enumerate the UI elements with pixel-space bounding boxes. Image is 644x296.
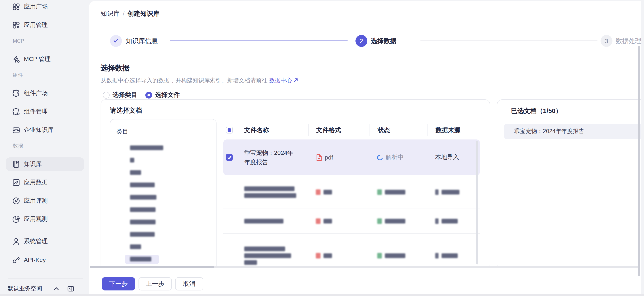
sidebar-item-component-manage[interactable]: 组件管理 (6, 105, 84, 119)
file-name-redacted (244, 217, 308, 226)
picker-title: 请选择文档 (110, 107, 142, 115)
category-item[interactable] (130, 218, 216, 226)
sidebar-item-app-plaza[interactable]: 应用广场 (6, 0, 84, 14)
redacted-text (130, 183, 155, 187)
redacted-text (324, 190, 332, 194)
horizontal-scrollbar-thumb[interactable] (90, 266, 214, 268)
external-link-icon[interactable] (294, 78, 298, 83)
data-center-link[interactable]: 数据中心 (269, 77, 292, 84)
radio-off-icon[interactable] (103, 92, 110, 98)
select-all-checkbox[interactable] (226, 127, 233, 134)
table-row-selected[interactable]: 乖宝宠物：2024年 年度报告 pdf 解析中 本地导入 (223, 139, 480, 175)
apps-icon (12, 3, 20, 11)
selected-docs-title: 已选文档（1/50） (511, 107, 641, 115)
pdf-icon-redacted (316, 218, 320, 224)
step3-label: 数据处理 (616, 37, 642, 45)
table-scrollbar[interactable] (476, 141, 478, 264)
breadcrumb: 知识库/创建知识库 (100, 10, 160, 18)
next-step-button[interactable]: 下一步 (102, 277, 135, 290)
step-connector-pending (420, 41, 598, 41)
category-item[interactable] (130, 243, 216, 250)
sidebar-section: 组件组件广场组件管理企业知识库 (0, 71, 89, 137)
file-name: 乖宝宠物：2024年 年度报告 (244, 148, 308, 167)
redacted-text (442, 190, 460, 194)
vertical-scrollbar-thumb[interactable] (638, 46, 640, 276)
status-redacted (370, 253, 428, 258)
table-row-redacted[interactable] (223, 209, 480, 233)
redacted-text (130, 170, 141, 175)
row-checkbox-checked[interactable] (226, 154, 233, 161)
breadcrumb-separator: / (123, 10, 124, 17)
category-item[interactable] (130, 144, 216, 151)
sidebar-item-label: 组件广场 (24, 90, 48, 97)
sidebar-item-label: MCP 管理 (24, 56, 51, 63)
sidebar-item-knowledge-base[interactable]: 知识库 (6, 157, 84, 171)
sidebar-section-label: MCP (13, 37, 89, 45)
redacted-text (130, 145, 163, 150)
sidebar-item-label: 应用数据 (24, 179, 48, 186)
redacted-text (442, 219, 458, 223)
selected-doc-item[interactable]: 乖宝宠物：2024年年度报告 (504, 124, 641, 139)
row-checkbox-redacted[interactable] (223, 252, 244, 259)
footer-bar: 下一步 上一步 取消 (89, 268, 641, 294)
sidebar-item-api-key[interactable]: API-Key (6, 253, 84, 266)
sidebar-item-app-observe[interactable]: 应用观测 (6, 212, 84, 226)
category-item[interactable] (130, 194, 216, 201)
previous-step-button[interactable]: 上一步 (138, 277, 172, 290)
status-redacted (370, 218, 428, 224)
horizontal-scrollbar[interactable] (90, 266, 640, 268)
category-item[interactable] (130, 181, 216, 188)
chart-icon (12, 178, 20, 187)
redacted-text (244, 186, 294, 191)
apps2-icon (12, 21, 20, 30)
workspace-switcher[interactable]: 默认业务空间 (0, 281, 89, 296)
compass-icon (12, 197, 20, 205)
sidebar-section: 数据知识库应用数据应用评测应用观测 (0, 142, 89, 226)
redacted-text (130, 158, 134, 162)
breadcrumb-parent[interactable]: 知识库 (100, 10, 120, 17)
redacted-text (442, 253, 458, 258)
category-item[interactable] (130, 157, 216, 164)
row-checkbox-redacted[interactable] (223, 188, 244, 196)
workspace-label: 默认业务空间 (8, 285, 42, 292)
parsing-spinner-icon (376, 154, 384, 161)
status-cell: 解析中 (370, 154, 428, 161)
app-root: 应用广场应用管理MCPMCP 管理组件组件广场组件管理企业知识库数据知识库应用数… (0, 0, 644, 296)
radio-on-icon[interactable] (145, 92, 152, 98)
radio-select-category[interactable]: 选择类目 (103, 91, 137, 99)
sidebar-section: MCPMCP 管理 (0, 37, 89, 66)
document-table: 文件名称 文件格式 状态 数据来源 乖宝宠物：2024年 年度报告 pdf 解析… (223, 122, 480, 277)
table-row-redacted[interactable] (223, 175, 480, 209)
redacted-text (324, 219, 332, 223)
status-redacted (370, 189, 428, 195)
category-item[interactable] (130, 231, 216, 238)
sidebar-item-mcp-manage[interactable]: MCP 管理 (6, 53, 84, 66)
sidebar-item-component-plaza[interactable]: 组件广场 (6, 87, 84, 100)
redacted-text (244, 246, 285, 251)
redacted-text (324, 253, 332, 258)
sidebar-item-app-data[interactable]: 应用数据 (6, 176, 84, 189)
category-item[interactable] (130, 206, 216, 213)
cancel-button[interactable]: 取消 (175, 277, 203, 290)
sidebar-item-app-eval[interactable]: 应用评测 (6, 194, 84, 208)
file-format-redacted (308, 253, 370, 258)
status-icon-redacted (377, 253, 382, 258)
redacted-text (244, 260, 257, 265)
sidebar-item-label: 应用评测 (24, 197, 48, 205)
radio-select-file[interactable]: 选择文件 (145, 91, 180, 99)
chevron-up-icon[interactable] (52, 285, 60, 292)
sidebar-item-enterprise-kb[interactable]: 企业知识库 (6, 123, 84, 137)
radio-file-label: 选择文件 (155, 91, 180, 99)
step-connector-done (170, 41, 348, 41)
category-item[interactable] (130, 169, 216, 176)
file-format-value: pdf (325, 154, 333, 161)
category-item-selected[interactable] (125, 254, 159, 264)
step1-circle (110, 35, 122, 47)
pdf-icon-redacted (316, 189, 320, 195)
category-item[interactable] (130, 255, 216, 263)
row-checkbox-redacted[interactable] (223, 217, 244, 225)
collapse-sidebar-icon[interactable] (67, 285, 74, 292)
sidebar-item-system-manage[interactable]: 系统管理 (6, 235, 84, 248)
section-description-text: 从数据中心选择导入的数据，并构建知识库索引。新增文档请前往 (100, 77, 268, 84)
sidebar-item-app-manage[interactable]: 应用管理 (6, 18, 84, 32)
